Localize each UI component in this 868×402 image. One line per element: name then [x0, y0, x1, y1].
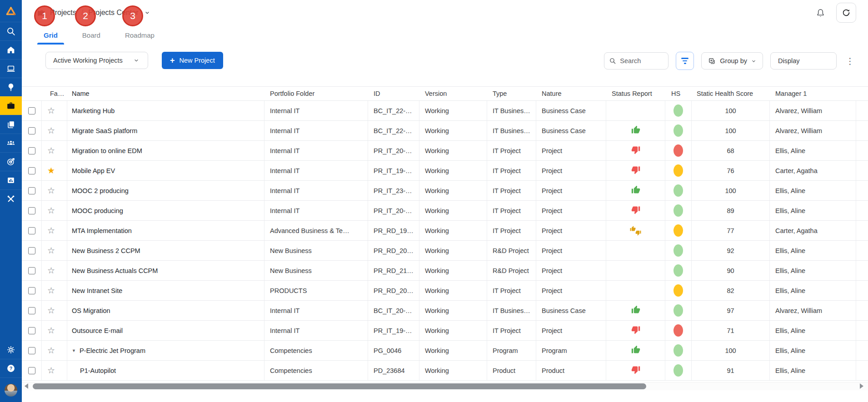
row-checkbox[interactable] — [28, 247, 35, 254]
manager-cell: Ellis, Aline — [770, 321, 856, 340]
favorite-star-icon[interactable] — [47, 166, 55, 175]
tab-roadmap[interactable]: Roadmap — [119, 31, 161, 45]
col-id[interactable]: ID — [368, 90, 419, 97]
col-health-score[interactable]: Static Health Score — [692, 90, 770, 97]
favorite-star-icon[interactable] — [47, 306, 55, 315]
col-manager[interactable]: Manager 1 — [770, 90, 856, 97]
col-status-report[interactable]: Status Report — [606, 90, 665, 97]
sidebar-item-projects[interactable] — [0, 96, 22, 115]
col-hs[interactable]: HS — [665, 90, 692, 97]
favorite-star-icon[interactable] — [47, 366, 55, 375]
favorite-star-icon[interactable] — [47, 346, 55, 355]
table-row[interactable]: ▼P1-Autopilot Competencies PD_23684 Work… — [22, 361, 868, 381]
refresh-button[interactable] — [836, 3, 856, 23]
type-cell: IT Project — [487, 181, 536, 200]
table-row[interactable]: ▼New Intranet Site PRODUCTS PR_RD_20… Wo… — [22, 281, 868, 301]
table-row[interactable]: ▼MOOC producing Internal IT PR_IT_20-… W… — [22, 201, 868, 221]
col-version[interactable]: Version — [419, 90, 487, 97]
sidebar-item-team[interactable] — [0, 134, 22, 152]
group-by-button[interactable]: Group by — [701, 52, 763, 69]
table-row[interactable]: ▼MTA Implementation Advanced Business & … — [22, 221, 868, 241]
table-row[interactable]: ▼OS Migration Internal IT BC_IT_20-… Wor… — [22, 301, 868, 321]
favorite-star-icon[interactable] — [47, 266, 55, 275]
favorite-star-icon[interactable] — [47, 246, 55, 255]
status-report-icon — [631, 165, 640, 176]
favorite-star-icon[interactable] — [47, 326, 55, 335]
row-checkbox[interactable] — [28, 127, 35, 134]
sidebar-item-ideas[interactable] — [0, 78, 22, 96]
tab-grid[interactable]: Grid — [37, 31, 64, 45]
scroll-right-arrow[interactable] — [860, 383, 863, 389]
table-row[interactable]: ▼P-Electric Jet Program Competencies PG_… — [22, 341, 868, 361]
row-checkbox[interactable] — [28, 227, 35, 234]
gear-icon — [6, 345, 16, 355]
sidebar-item-tools[interactable] — [0, 189, 22, 208]
favorite-star-icon[interactable] — [47, 286, 55, 295]
row-checkbox[interactable] — [28, 347, 35, 354]
type-cell: Product — [487, 361, 536, 380]
project-name: Outsource E-mail — [72, 327, 123, 334]
col-name[interactable]: Name — [67, 90, 264, 97]
new-project-button[interactable]: + New Project — [162, 52, 223, 69]
table-row[interactable]: ▼New Business 2 CCPM New Business PR_RD_… — [22, 241, 868, 261]
sidebar-item-workspace[interactable] — [0, 59, 22, 78]
display-button[interactable]: Display — [770, 52, 837, 69]
search-box[interactable] — [604, 52, 668, 69]
favorite-star-icon[interactable] — [47, 226, 55, 235]
annotation-badge-3: 3 — [122, 5, 143, 26]
nature-cell: Business Case — [536, 301, 606, 320]
sidebar-item-search[interactable] — [0, 22, 22, 40]
filter-button[interactable] — [676, 52, 694, 70]
sidebar-item-home[interactable] — [0, 40, 22, 59]
scroll-left-arrow[interactable] — [25, 383, 28, 389]
horizontal-scroll-thumb[interactable] — [33, 383, 646, 389]
portfolio-folder-cell: Internal IT — [264, 141, 368, 160]
row-checkbox[interactable] — [28, 107, 35, 114]
row-checkbox[interactable] — [28, 167, 35, 174]
col-portfolio[interactable]: Portfolio Folder — [264, 90, 368, 97]
favorite-star-icon[interactable] — [47, 186, 55, 195]
row-checkbox[interactable] — [28, 287, 35, 294]
row-checkbox[interactable] — [28, 367, 35, 374]
table-row[interactable]: ▼New Business Actuals CCPM New Business … — [22, 261, 868, 281]
version-cell: Working — [419, 321, 487, 340]
tab-board[interactable]: Board — [76, 31, 107, 45]
row-checkbox[interactable] — [28, 147, 35, 154]
col-type[interactable]: Type — [487, 90, 536, 97]
status-report-icon — [631, 185, 640, 196]
col-nature[interactable]: Nature — [536, 90, 606, 97]
row-checkbox[interactable] — [28, 187, 35, 194]
col-favorite[interactable]: Fa… — [42, 90, 67, 97]
sidebar-item-settings[interactable] — [0, 340, 22, 359]
horizontal-scrollbar[interactable] — [22, 382, 868, 390]
table-row[interactable]: ▼MOOC 2 producing Internal IT PR_IT_23-…… — [22, 181, 868, 201]
search-input[interactable] — [620, 57, 661, 65]
table-row[interactable]: ▼Migrate SaaS platform Internal IT BC_IT… — [22, 121, 868, 141]
more-options-button[interactable]: ⋮ — [844, 57, 856, 65]
favorite-star-icon[interactable] — [47, 106, 55, 115]
view-filter-select[interactable]: Active Working Projects — [45, 52, 148, 69]
table-row[interactable]: ▼Migration to online EDM Internal IT PR_… — [22, 141, 868, 161]
sidebar-item-goals[interactable] — [0, 152, 22, 171]
sidebar-item-profile[interactable] — [0, 377, 22, 402]
favorite-star-icon[interactable] — [47, 146, 55, 155]
sidebar-item-documents[interactable] — [0, 115, 22, 134]
table-row[interactable]: ▼Outsource E-mail Internal IT PR_IT_19-…… — [22, 321, 868, 341]
status-report-icon — [631, 365, 640, 376]
notifications-button[interactable] — [814, 7, 826, 19]
collapse-expander-icon[interactable]: ▼ — [72, 348, 76, 353]
row-checkbox[interactable] — [28, 307, 35, 314]
manager-cell: Ellis, Aline — [770, 241, 856, 260]
table-row[interactable]: ▼Mobile App EV Internal IT PR_IT_19-… Wo… — [22, 161, 868, 181]
row-checkbox[interactable] — [28, 327, 35, 334]
row-checkbox[interactable] — [28, 207, 35, 214]
app-logo[interactable] — [0, 0, 22, 22]
favorite-star-icon[interactable] — [47, 126, 55, 135]
table-row[interactable]: ▼Marketing Hub Internal IT BC_IT_22-… Wo… — [22, 101, 868, 121]
favorite-star-icon[interactable] — [47, 206, 55, 215]
sidebar-item-help[interactable]: ? — [0, 359, 22, 377]
status-report-icon — [631, 305, 640, 316]
row-checkbox[interactable] — [28, 267, 35, 274]
sidebar-item-reports[interactable] — [0, 171, 22, 189]
health-score-cell: 89 — [692, 201, 770, 220]
